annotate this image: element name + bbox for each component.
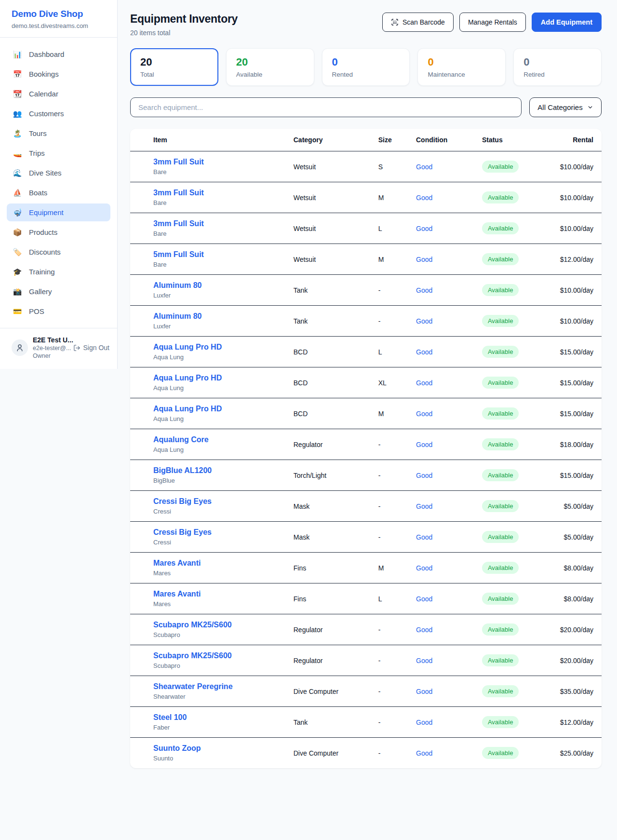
sign-out-button[interactable]: Sign Out	[73, 344, 109, 352]
sidebar-item-pos[interactable]: 💳 POS	[7, 302, 110, 320]
item-name-link[interactable]: BigBlue AL1200	[153, 466, 278, 475]
sidebar-item-tours[interactable]: 🏝️ Tours	[7, 124, 110, 142]
stat-value: 20	[236, 56, 304, 68]
sidebar-item-training[interactable]: 🎓 Training	[7, 263, 110, 281]
user-role: Owner	[33, 352, 68, 359]
item-condition-link[interactable]: Good	[408, 367, 474, 398]
item-condition-link[interactable]: Good	[408, 275, 474, 306]
sidebar-item-products[interactable]: 📦 Products	[7, 223, 110, 241]
search-input[interactable]	[130, 97, 522, 117]
status-badge: Available	[482, 222, 519, 234]
item-category: Wetsuit	[286, 244, 371, 275]
manage-rentals-button[interactable]: Manage Rentals	[459, 13, 526, 32]
item-condition-link[interactable]: Good	[408, 645, 474, 676]
sidebar: Demo Dive Shop demo.test.divestreams.com…	[0, 0, 118, 369]
item-category: Regulator	[286, 429, 371, 460]
item-condition-link[interactable]: Good	[408, 151, 474, 182]
item-name-link[interactable]: Scubapro MK25/S600	[153, 651, 278, 660]
item-category: Mask	[286, 491, 371, 522]
item-size: -	[371, 645, 408, 676]
item-name-link[interactable]: 5mm Full Suit	[153, 250, 278, 259]
nav-item-label: Equipment	[29, 208, 64, 217]
item-condition-link[interactable]: Good	[408, 244, 474, 275]
stat-card-total[interactable]: 20 Total	[130, 48, 218, 86]
sign-out-label: Sign Out	[83, 344, 109, 352]
item-name-link[interactable]: Aluminum 80	[153, 281, 278, 290]
sidebar-item-boats[interactable]: ⛵ Boats	[7, 184, 110, 202]
sidebar-item-dive-sites[interactable]: 🌊 Dive Sites	[7, 164, 110, 182]
item-condition-link[interactable]: Good	[408, 583, 474, 614]
item-condition-link[interactable]: Good	[408, 398, 474, 429]
item-name-link[interactable]: 3mm Full Suit	[153, 219, 278, 228]
item-condition-link[interactable]: Good	[408, 522, 474, 553]
item-name-link[interactable]: 3mm Full Suit	[153, 158, 278, 166]
nav-item-label: Boats	[29, 189, 47, 197]
item-brand: Shearwater	[153, 693, 278, 700]
item-rental-rate: $8.00/day	[550, 583, 602, 614]
item-condition-link[interactable]: Good	[408, 738, 474, 769]
item-name-link[interactable]: Aqua Lung Pro HD	[153, 374, 278, 382]
item-name-link[interactable]: Shearwater Peregrine	[153, 682, 278, 691]
nav-item-label: Tours	[29, 129, 47, 137]
item-condition-link[interactable]: Good	[408, 553, 474, 583]
status-badge: Available	[482, 346, 519, 358]
table-row: Scubapro MK25/S600 Scubapro Regulator - …	[130, 614, 602, 645]
stat-card-maintenance[interactable]: 0 Maintenance	[417, 48, 506, 86]
item-category: Wetsuit	[286, 182, 371, 213]
item-name-link[interactable]: Steel 100	[153, 713, 278, 722]
item-name-link[interactable]: Mares Avanti	[153, 590, 278, 598]
item-condition-link[interactable]: Good	[408, 182, 474, 213]
item-rental-rate: $8.00/day	[550, 553, 602, 583]
item-name-link[interactable]: Aqua Lung Pro HD	[153, 405, 278, 413]
shop-title[interactable]: Demo Dive Shop	[12, 9, 106, 19]
item-name-link[interactable]: 3mm Full Suit	[153, 189, 278, 197]
table-row: Mares Avanti Mares Fins M Good Available…	[130, 553, 602, 583]
item-condition-link[interactable]: Good	[408, 460, 474, 491]
item-condition-link[interactable]: Good	[408, 306, 474, 337]
sidebar-item-equipment[interactable]: 🤿 Equipment	[7, 203, 110, 221]
nav-item-label: Products	[29, 228, 57, 236]
column-header-category: Category	[286, 129, 371, 151]
item-condition-link[interactable]: Good	[408, 676, 474, 707]
item-rental-rate: $10.00/day	[550, 151, 602, 182]
stat-card-rented[interactable]: 0 Rented	[322, 48, 410, 86]
nav-item-icon: ⛵	[13, 189, 22, 196]
item-brand: Scubapro	[153, 631, 278, 638]
item-name-link[interactable]: Cressi Big Eyes	[153, 528, 278, 537]
stat-card-retired[interactable]: 0 Retired	[513, 48, 602, 86]
item-name-link[interactable]: Aqualung Core	[153, 435, 278, 444]
equipment-table-card: Item Category Size Condition Status Rent…	[130, 129, 602, 768]
nav-item-icon: 📆	[13, 90, 22, 97]
item-condition-link[interactable]: Good	[408, 213, 474, 244]
sidebar-item-discounts[interactable]: 🏷️ Discounts	[7, 243, 110, 261]
stat-card-available[interactable]: 20 Available	[226, 48, 314, 86]
item-condition-link[interactable]: Good	[408, 337, 474, 367]
item-name-link[interactable]: Mares Avanti	[153, 559, 278, 568]
item-name-link[interactable]: Aqua Lung Pro HD	[153, 343, 278, 352]
table-row: Cressi Big Eyes Cressi Mask - Good Avail…	[130, 522, 602, 553]
user-info: E2E Test U... e2e-tester@... Owner	[33, 336, 68, 359]
add-equipment-button[interactable]: Add Equipment	[532, 13, 602, 32]
sidebar-item-calendar[interactable]: 📆 Calendar	[7, 85, 110, 103]
chevron-down-icon	[587, 104, 593, 110]
sidebar-item-trips[interactable]: 🚤 Trips	[7, 144, 110, 162]
category-select[interactable]: All Categories	[529, 97, 602, 117]
item-condition-link[interactable]: Good	[408, 707, 474, 738]
sidebar-item-dashboard[interactable]: 📊 Dashboard	[7, 45, 110, 63]
item-size: -	[371, 707, 408, 738]
item-name-link[interactable]: Aluminum 80	[153, 312, 278, 321]
avatar	[12, 339, 28, 356]
table-row: Cressi Big Eyes Cressi Mask - Good Avail…	[130, 491, 602, 522]
item-name-link[interactable]: Scubapro MK25/S600	[153, 621, 278, 629]
sidebar-item-customers[interactable]: 👥 Customers	[7, 105, 110, 122]
item-name-link[interactable]: Cressi Big Eyes	[153, 497, 278, 506]
item-condition-link[interactable]: Good	[408, 491, 474, 522]
sidebar-item-gallery[interactable]: 📸 Gallery	[7, 283, 110, 300]
item-brand: Bare	[153, 230, 278, 237]
item-condition-link[interactable]: Good	[408, 429, 474, 460]
sidebar-item-bookings[interactable]: 📅 Bookings	[7, 65, 110, 83]
item-name-link[interactable]: Suunto Zoop	[153, 744, 278, 753]
item-size: -	[371, 429, 408, 460]
scan-barcode-button[interactable]: Scan Barcode	[382, 13, 454, 32]
item-condition-link[interactable]: Good	[408, 614, 474, 645]
